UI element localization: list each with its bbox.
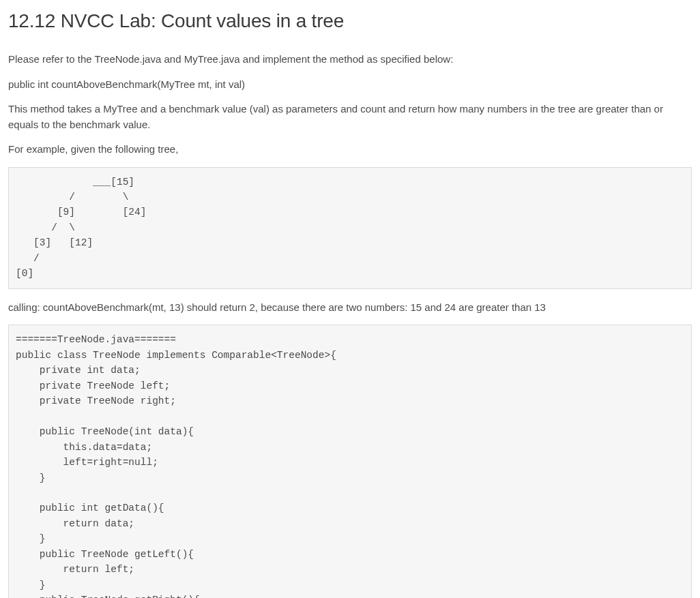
- code-listing: =======TreeNode.java======= public class…: [8, 325, 692, 598]
- tree-diagram: ___[15] / \ [9] [24] / \ [3] [12] / [0]: [8, 167, 692, 289]
- method-description: This method takes a MyTree and a benchma…: [8, 102, 692, 132]
- example-explanation: calling: countAboveBenchmark(mt, 13) sho…: [8, 300, 692, 316]
- page-title: 12.12 NVCC Lab: Count values in a tree: [8, 7, 692, 35]
- method-signature: public int countAboveBenchmark(MyTree mt…: [8, 77, 692, 93]
- example-intro: For example, given the following tree,: [8, 142, 692, 158]
- intro-paragraph: Please refer to the TreeNode.java and My…: [8, 52, 692, 68]
